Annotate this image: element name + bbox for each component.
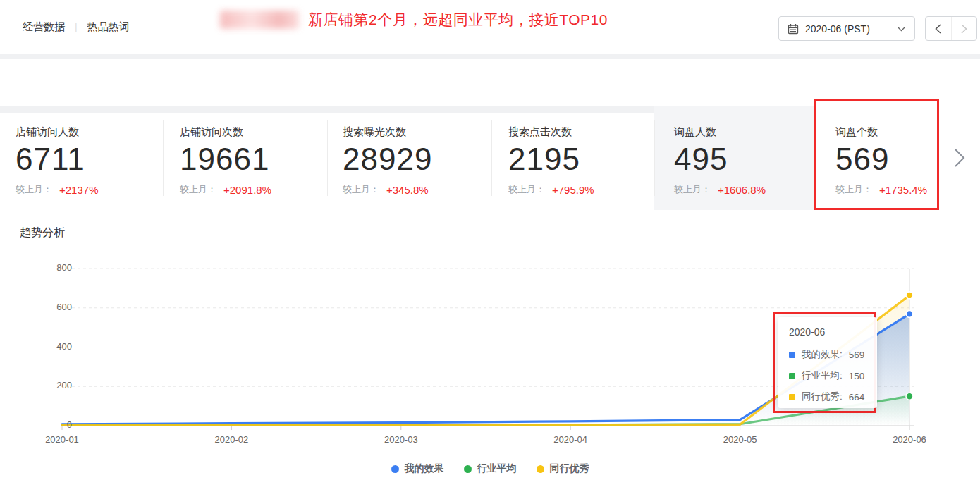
stat-card-inquiries[interactable]: 询盘个数 569 较上月：+1735.4% [816, 106, 939, 210]
stat-card-title: 询盘个数 [835, 125, 939, 139]
stat-card-title: 搜索点击次数 [508, 125, 654, 139]
calendar-icon [788, 23, 799, 35]
stat-card-visitors[interactable]: 店铺访问人数 6711 较上月：+2137% [0, 113, 163, 210]
red-annotation: 新店铺第2个月，远超同业平均，接近TOP10 [220, 10, 608, 30]
stat-card-title: 店铺访问次数 [180, 125, 327, 139]
tab-hot-keywords[interactable]: 热品热词 [87, 20, 130, 34]
chevron-right-icon [954, 148, 965, 168]
delta-label: 较上月： [16, 183, 52, 196]
x-axis-tick-label: 2020-05 [712, 434, 768, 445]
x-axis-tick-label: 2020-01 [34, 434, 90, 445]
stat-card-impressions[interactable]: 搜索曝光次数 28929 较上月：+345.8% [327, 113, 491, 210]
divider-band [0, 54, 980, 59]
filter-toolbar: 经营数据 运营常用 类目选择 Women Shoes > 比全店 比类目 全部终… [0, 59, 980, 106]
legend-item[interactable]: 行业平均 [464, 462, 517, 475]
redacted-store-name [220, 11, 299, 29]
delta-label: 较上月： [180, 183, 216, 196]
legend-item[interactable]: 我的效果 [391, 462, 444, 475]
legend-label: 同行优秀 [550, 462, 589, 475]
delta-label: 较上月： [343, 183, 379, 196]
delta-value: +1606.8% [718, 184, 766, 196]
trend-chart[interactable]: 02004006008002020-012020-022020-032020-0… [0, 259, 980, 457]
delta-label: 较上月： [674, 183, 711, 196]
legend-dot-icon [537, 465, 544, 473]
stat-cards-strip: 店铺访问人数 6711 较上月：+2137% 店铺访问次数 19661 较上月：… [0, 106, 980, 210]
y-axis-tick-label: 400 [28, 341, 72, 352]
stat-card-inquirers[interactable]: 询盘人数 495 较上月：+1606.8% [654, 106, 814, 210]
tab-divider: | [75, 21, 78, 32]
legend-label: 我的效果 [405, 462, 444, 475]
trend-section-title: 趋势分析 [20, 226, 65, 240]
delta-value: +2091.8% [223, 184, 271, 196]
delta-value: +795.9% [552, 184, 594, 196]
stat-card-value: 6711 [16, 141, 163, 178]
top-bar: 经营数据 | 热品热词 新店铺第2个月，远超同业平均，接近TOP10 2020-… [0, 0, 980, 54]
stat-card-value: 28929 [343, 141, 491, 178]
card-divider [163, 120, 164, 196]
x-axis-tick-label: 2020-03 [373, 434, 429, 445]
chevron-down-icon [897, 26, 906, 32]
stat-card-title: 询盘人数 [674, 125, 814, 139]
annotation-text: 新店铺第2个月，远超同业平均，接近TOP10 [308, 10, 608, 30]
stat-card-title: 搜索曝光次数 [343, 125, 491, 139]
x-axis-tick-label: 2020-02 [203, 434, 259, 445]
x-axis-tick-label: 2020-04 [542, 434, 599, 445]
y-axis-tick-label: 800 [28, 262, 72, 273]
month-pager [925, 16, 977, 41]
delta-value: +2137% [59, 184, 98, 196]
legend-label: 行业平均 [477, 462, 517, 475]
card-divider [327, 120, 328, 196]
next-month-button[interactable] [951, 17, 977, 40]
stat-card-value: 569 [835, 141, 939, 178]
delta-value: +345.8% [386, 184, 429, 196]
tab-business-data[interactable]: 经营数据 [23, 20, 65, 34]
y-axis-tick-label: 200 [28, 380, 72, 390]
stat-card-visits[interactable]: 店铺访问次数 19661 较上月：+2091.8% [163, 113, 327, 210]
x-axis-tick-label: 2020-06 [881, 434, 938, 445]
trend-chart-canvas[interactable] [0, 259, 980, 444]
legend-item[interactable]: 同行优秀 [537, 462, 589, 475]
delta-label: 较上月： [835, 183, 872, 196]
y-axis-tick-label: 0 [28, 419, 72, 430]
stat-card-value: 19661 [180, 141, 327, 178]
stat-card-clicks[interactable]: 搜索点击次数 2195 较上月：+795.9% [491, 113, 654, 210]
y-axis-tick-label: 600 [28, 302, 72, 312]
legend-dot-icon [464, 465, 472, 473]
dashboard-page: 经营数据 | 热品热词 新店铺第2个月，远超同业平均，接近TOP10 2020-… [0, 0, 980, 480]
stat-card-value: 2195 [508, 141, 654, 178]
cards-scroll-right-button[interactable] [939, 106, 980, 210]
delta-value: +1735.4% [879, 184, 927, 196]
date-picker-value: 2020-06 (PST) [805, 23, 890, 35]
date-picker[interactable]: 2020-06 (PST) [778, 16, 915, 41]
chevron-right-icon [961, 24, 967, 34]
chart-legend: 我的效果行业平均同行优秀 [0, 462, 980, 475]
card-divider [491, 120, 492, 196]
chevron-left-icon [935, 24, 941, 34]
prev-month-button[interactable] [926, 17, 951, 40]
delta-label: 较上月： [508, 183, 545, 196]
stat-card-title: 店铺访问人数 [16, 125, 163, 139]
legend-dot-icon [391, 465, 399, 473]
card-divider [654, 120, 655, 196]
top-tabs: 经营数据 | 热品热词 [23, 0, 130, 54]
stat-card-value: 495 [674, 141, 814, 178]
